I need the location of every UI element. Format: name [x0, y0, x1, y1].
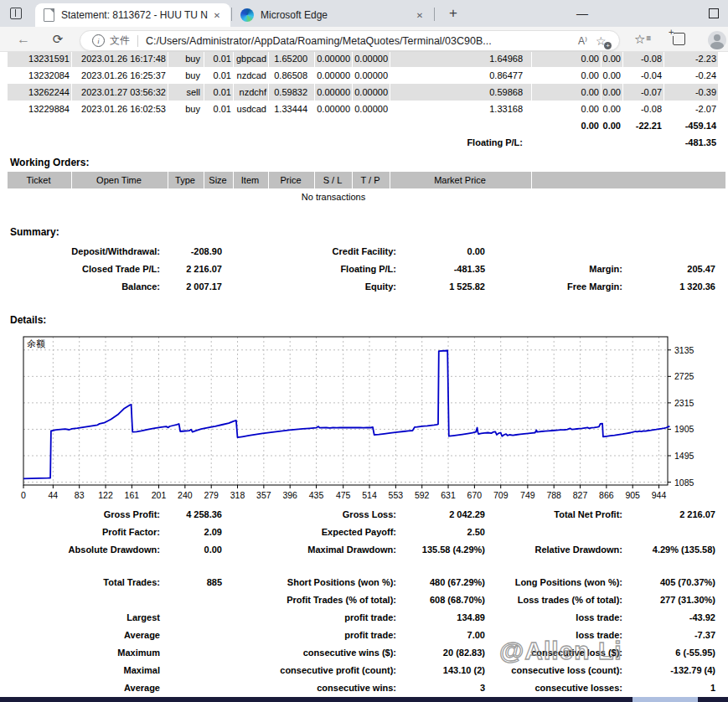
cell: 2023.01.27 03:56:32	[72, 84, 168, 101]
favorites-bar-icon[interactable]: ☆	[634, 32, 650, 47]
cell: -2.07	[664, 101, 718, 117]
working-orders-header-cell: S / L	[315, 172, 352, 188]
maximize-button[interactable]	[700, 0, 728, 27]
svg-text:514: 514	[362, 490, 377, 500]
cell: Maximal Drawdown:	[225, 540, 398, 558]
tab-edge[interactable]: Microsoft Edge ✕	[232, 3, 433, 27]
svg-text:475: 475	[336, 490, 351, 500]
info-icon[interactable]: i	[92, 34, 105, 47]
cell: 0.00000	[353, 101, 390, 117]
details-title: Details:	[10, 314, 46, 326]
minimize-button[interactable]: —	[563, 0, 602, 27]
working-orders-header-cell: Open Time	[72, 172, 168, 188]
cell: Gross Loss:	[225, 505, 398, 523]
cell: Margin:	[488, 260, 624, 277]
summary-table: Deposit/Withdrawal:-208.90Credit Facilit…	[2, 242, 718, 295]
cell: 20 (82.83)	[399, 643, 487, 661]
cell	[602, 134, 622, 151]
cell	[168, 117, 204, 134]
working-orders-header-cell: Type	[168, 172, 204, 188]
cell: 2023.01.26 16:02:53	[72, 101, 168, 117]
cell: 0.59832	[269, 84, 314, 101]
close-tab-icon[interactable]: ✕	[413, 8, 426, 22]
cell: 2.50	[399, 523, 487, 540]
back-button[interactable]: ←	[14, 30, 33, 49]
cell: 0.00000	[315, 84, 352, 101]
svg-text:122: 122	[98, 490, 113, 500]
cell: -459.14	[664, 117, 718, 134]
file-protocol-label: 文件	[110, 34, 130, 48]
cell: Absolute Drawdown:	[3, 540, 162, 558]
stats-row: Averageprofit trade:7.00loss trade:-7.37	[3, 626, 717, 643]
stats-row: Largestprofit trade:134.89loss trade:-43…	[3, 608, 717, 626]
address-bar[interactable]: i 文件 C:/Users/Administrator/AppData/Roam…	[80, 30, 620, 51]
stats-row: Maximalconsecutive profit (count):143.10…	[3, 661, 717, 679]
cell: 0.00	[399, 242, 487, 260]
summary-row: Closed Trade P/L:2 216.07Floating P/L:-4…	[3, 260, 717, 277]
summary-row: Balance:2 007.17Equity:1 525.82Free Marg…	[3, 277, 717, 295]
cell: 1 525.82	[399, 277, 487, 295]
tab-actions-menu-button[interactable]	[7, 5, 25, 22]
cell: -0.04	[623, 67, 663, 84]
cell: 0.00	[602, 101, 622, 117]
cell: Average	[3, 679, 162, 696]
cell: Maximal	[3, 661, 162, 679]
cell	[269, 117, 314, 134]
statistics-table-top: Gross Profit:4 258.36Gross Loss:2 042.29…	[2, 505, 718, 558]
cell	[315, 117, 352, 134]
cell: 405 (70.37%)	[625, 573, 717, 591]
working-orders-header-cell: T / P	[353, 172, 390, 188]
tab-title: Microsoft Edge	[261, 9, 413, 21]
cell	[163, 591, 224, 608]
collections-icon[interactable]	[673, 33, 685, 45]
cell: 480 (67.29%)	[399, 573, 487, 591]
cell: gbpcad	[234, 52, 268, 67]
working-orders-header-cell: Ticket	[8, 172, 71, 188]
svg-text:201: 201	[152, 490, 167, 500]
cell: 1.33168	[390, 101, 531, 117]
cell: 0.59868	[390, 84, 531, 101]
cell: -22.21	[623, 117, 663, 134]
cell: 0.01	[204, 52, 233, 67]
cell: Largest	[3, 608, 162, 626]
cell: consecutive wins ($):	[225, 643, 398, 661]
cell: 0.01	[204, 84, 233, 101]
cell: Balance:	[3, 277, 162, 295]
cell: Profit Factor:	[3, 523, 162, 540]
cell: 0.00000	[315, 101, 352, 117]
svg-text:2315: 2315	[674, 398, 694, 408]
trade-row: 132320842023.01.26 16:25:37buy0.01nzdcad…	[8, 67, 718, 84]
working-orders-table: TicketOpen TimeTypeSizeItemPriceS / LT /…	[7, 172, 726, 188]
cell: -0.08	[623, 101, 663, 117]
stats-row: Maximumconsecutive wins ($):20 (82.83)co…	[3, 643, 717, 661]
read-aloud-icon[interactable]: A⁾	[578, 35, 587, 47]
cell: 0.01	[204, 101, 233, 117]
stats-row: Absolute Drawdown:0.00Maximal Drawdown:1…	[3, 540, 717, 558]
new-tab-button[interactable]: +	[444, 5, 462, 22]
svg-text:709: 709	[493, 490, 509, 500]
cell: 6 (-55.95)	[625, 643, 717, 661]
add-favorite-icon[interactable]: ☆	[596, 34, 609, 48]
tab-statement[interactable]: Statement: 8113672 - HUU TU N ✕	[35, 3, 230, 27]
cell: 2 216.07	[625, 505, 717, 523]
close-tab-icon[interactable]: ✕	[210, 8, 224, 22]
cell	[3, 591, 162, 608]
cell: 1	[625, 679, 717, 696]
cell: Free Margin:	[488, 277, 624, 295]
cell: Expected Payoff:	[225, 523, 398, 540]
cell: 2023.01.26 16:25:37	[72, 67, 168, 84]
cell	[72, 117, 168, 134]
statement-page: 132315912023.01.26 16:17:48buy0.01gbpcad…	[0, 52, 728, 697]
cell: 0.00	[602, 117, 622, 134]
profile-avatar[interactable]	[708, 31, 726, 49]
cell: -132.79 (4)	[625, 661, 717, 679]
svg-text:0: 0	[21, 490, 26, 500]
svg-text:357: 357	[256, 490, 271, 500]
cell: Loss trades (% of total):	[488, 591, 624, 608]
svg-text:161: 161	[125, 490, 140, 500]
cell: 2 216.07	[163, 260, 224, 277]
cell: 0.00000	[353, 52, 390, 67]
refresh-button[interactable]: ⟳	[49, 30, 67, 49]
maximize-icon	[709, 8, 719, 18]
cell: 0.00	[532, 117, 601, 134]
